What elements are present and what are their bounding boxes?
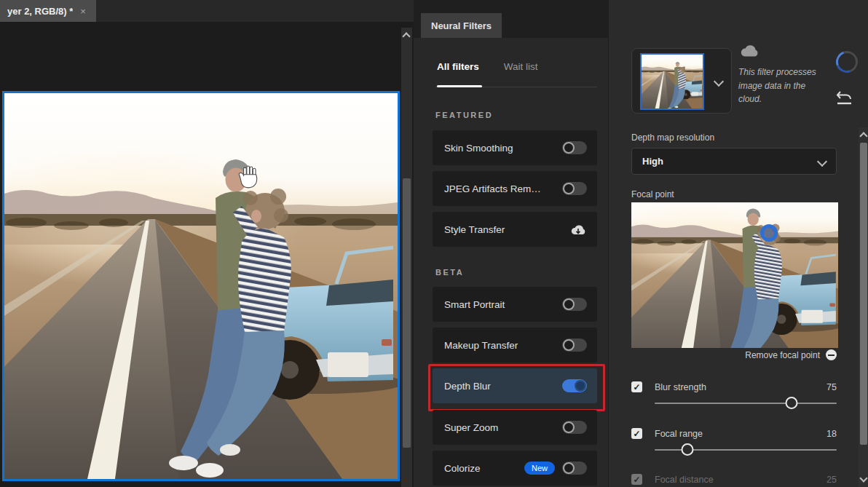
- focal-point-label: Focal point: [631, 189, 674, 199]
- scroll-up-icon[interactable]: [402, 32, 410, 40]
- toggle-knob: [563, 462, 575, 474]
- toggle-knob: [563, 142, 575, 154]
- focal-point-preview[interactable]: [631, 202, 838, 348]
- chevron-down-icon: [817, 156, 827, 166]
- focal-point-marker[interactable]: [760, 224, 778, 242]
- neural-filters-panel: Neural Filters All filters Wait list FEA…: [414, 0, 608, 487]
- toggle-knob: [563, 298, 575, 310]
- focal-distance-checkbox[interactable]: ✓: [631, 474, 642, 485]
- param-value: 75: [826, 382, 837, 392]
- canvas-area[interactable]: [0, 22, 414, 487]
- minus-icon[interactable]: [826, 349, 837, 360]
- param-focal-range: ✓ Focal range 18: [631, 428, 837, 451]
- focal-range-checkbox[interactable]: ✓: [631, 428, 642, 439]
- param-focal-distance: ✓ Focal distance 25: [631, 474, 837, 485]
- filter-row-jpeg-artifacts[interactable]: JPEG Artifacts Rem…: [433, 171, 597, 206]
- colorize-toggle[interactable]: [562, 462, 587, 475]
- section-featured: FEATURED: [435, 111, 493, 119]
- document-tab-bar: yer 2, RGB/8) * ×: [0, 0, 414, 22]
- focal-hand-cursor-icon: [237, 165, 260, 191]
- settings-scrollbar-thumb[interactable]: [860, 143, 867, 445]
- super-zoom-toggle[interactable]: [562, 421, 587, 434]
- filter-row-smart-portrait[interactable]: Smart Portrait: [433, 287, 597, 322]
- param-value: 25: [826, 475, 837, 485]
- filter-label: Skin Smoothing: [444, 143, 513, 154]
- dropdown-value: High: [642, 156, 663, 167]
- document-tab[interactable]: yer 2, RGB/8) * ×: [0, 0, 96, 22]
- param-label: Blur strength: [655, 382, 826, 392]
- filter-label: JPEG Artifacts Rem…: [444, 183, 541, 194]
- canvas-scrollbar[interactable]: [401, 28, 412, 487]
- processing-spinner-icon: [832, 47, 861, 76]
- depth-map-resolution-dropdown[interactable]: High: [631, 148, 837, 175]
- document-image[interactable]: [2, 91, 400, 481]
- param-label: Focal distance: [655, 475, 826, 485]
- filter-preview-box[interactable]: [631, 48, 732, 114]
- tab-all-filters[interactable]: All filters: [437, 61, 479, 72]
- filter-label: Depth Blur: [444, 381, 491, 392]
- focal-range-slider[interactable]: [655, 449, 837, 451]
- depth-map-resolution-label: Depth map resolution: [631, 132, 714, 143]
- blur-strength-checkbox[interactable]: ✓: [631, 381, 642, 392]
- cloud-icon: [738, 42, 760, 58]
- slider-knob[interactable]: [682, 443, 694, 456]
- filter-label: Style Transfer: [444, 224, 505, 235]
- filter-preview-thumbnail: [640, 53, 704, 110]
- blur-strength-slider[interactable]: [655, 403, 837, 404]
- toggle-knob: [563, 183, 575, 194]
- skin-smoothing-toggle[interactable]: [562, 141, 587, 154]
- jpeg-artifacts-toggle[interactable]: [562, 182, 587, 195]
- filter-label: Colorize: [444, 463, 481, 474]
- filter-label: Smart Portrait: [444, 299, 505, 310]
- depth-blur-toggle[interactable]: [562, 379, 587, 392]
- filter-row-super-zoom[interactable]: Super Zoom: [433, 410, 597, 445]
- reset-icon[interactable]: [836, 90, 853, 106]
- new-badge: New: [524, 462, 555, 475]
- filter-row-style-transfer[interactable]: Style Transfer: [433, 212, 597, 247]
- canvas-scrollbar-thumb[interactable]: [403, 178, 411, 448]
- close-icon[interactable]: ×: [80, 6, 86, 17]
- depth-blur-settings-panel: This filter processes image data in the …: [608, 0, 868, 487]
- filter-label: Makeup Transfer: [444, 340, 518, 351]
- neural-filters-title: Neural Filters: [431, 20, 492, 31]
- filter-row-skin-smoothing[interactable]: Skin Smoothing: [433, 130, 597, 165]
- chevron-down-icon[interactable]: [714, 76, 724, 87]
- photoshop-window: yer 2, RGB/8) * × Neural Filters All fil…: [0, 0, 868, 487]
- param-blur-strength: ✓ Blur strength 75: [631, 381, 837, 404]
- filter-row-colorize[interactable]: Colorize New: [433, 451, 597, 486]
- section-beta: BETA: [435, 268, 464, 277]
- cloud-download-icon: [569, 223, 587, 236]
- neural-filters-tab[interactable]: Neural Filters: [421, 13, 502, 38]
- document-title: yer 2, RGB/8) *: [7, 6, 73, 17]
- toggle-knob: [575, 380, 586, 392]
- toggle-knob: [563, 339, 575, 351]
- toggle-knob: [563, 421, 575, 433]
- filter-row-makeup-transfer[interactable]: Makeup Transfer: [433, 328, 597, 363]
- filter-row-depth-blur[interactable]: Depth Blur: [433, 368, 597, 403]
- makeup-transfer-toggle[interactable]: [562, 338, 587, 352]
- slider-knob[interactable]: [785, 397, 797, 409]
- scroll-down-icon[interactable]: [859, 474, 867, 482]
- param-label: Focal range: [655, 429, 826, 439]
- tab-wait-list[interactable]: Wait list: [504, 61, 538, 72]
- remove-focal-point-label[interactable]: Remove focal point: [745, 350, 820, 360]
- settings-scrollbar[interactable]: [859, 127, 868, 487]
- active-tab-underline: [437, 85, 482, 87]
- param-value: 18: [826, 429, 837, 439]
- cloud-processing-note: This filter processes image data in the …: [738, 66, 826, 106]
- smart-portrait-toggle[interactable]: [562, 298, 587, 311]
- scroll-up-icon[interactable]: [859, 132, 867, 140]
- filter-label: Super Zoom: [444, 422, 498, 433]
